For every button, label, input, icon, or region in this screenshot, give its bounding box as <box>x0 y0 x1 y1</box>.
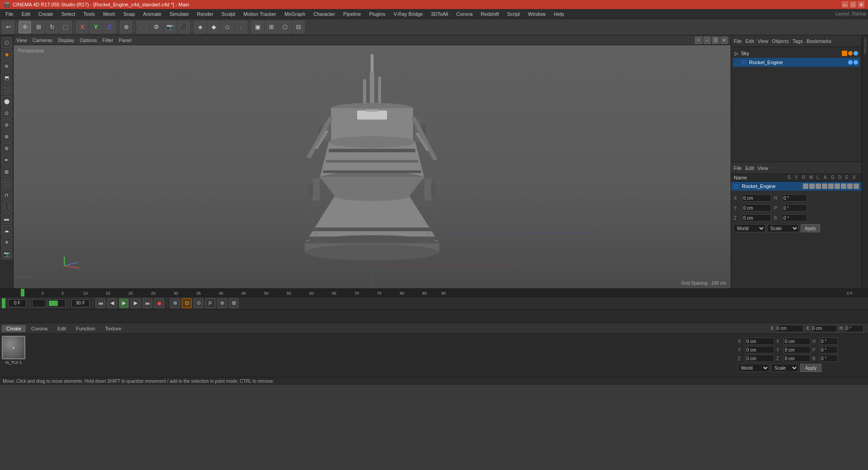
status-icon-5[interactable] <box>828 183 834 189</box>
tool-camera[interactable]: 📷 <box>1 249 12 259</box>
tool-sky[interactable]: ☁ <box>1 225 12 236</box>
menu-script[interactable]: Script <box>504 10 524 18</box>
undo-button[interactable]: ↩ <box>2 21 14 33</box>
render-view-button[interactable]: 🎥 <box>137 21 149 33</box>
menu-character[interactable]: Character <box>310 10 339 18</box>
y-pos-input[interactable] <box>742 204 771 212</box>
render-region-button[interactable]: ⬛ <box>177 21 190 33</box>
menu-animate[interactable]: Animate <box>140 10 165 18</box>
play-button[interactable]: ▶ <box>119 298 129 308</box>
x-pos-input[interactable] <box>742 194 771 202</box>
h-rot-input[interactable] <box>782 194 807 202</box>
tool-cube[interactable]: ⬛ <box>1 84 12 95</box>
viewport-icon-menu[interactable]: ☰ <box>712 37 719 44</box>
world-coord-button[interactable]: ⊕ <box>120 21 132 33</box>
render-settings-button[interactable]: ⚙ <box>150 21 163 33</box>
keyframe-button[interactable]: ⊕ <box>170 298 180 308</box>
scale-dropdown[interactable]: Scale <box>767 224 799 232</box>
b-rot-input[interactable] <box>782 214 807 221</box>
status-icon-6[interactable] <box>835 183 840 189</box>
tool-spline-pen[interactable]: ✒ <box>1 155 12 165</box>
tool-loft[interactable]: ⊛ <box>1 131 12 142</box>
goto-end-button[interactable]: ⏭ <box>142 298 152 308</box>
tab-create[interactable]: Create <box>2 325 26 332</box>
object-mode-button[interactable]: ◈ <box>194 21 207 33</box>
om-menu-bookmarks[interactable]: Bookmarks <box>807 38 831 44</box>
object-item-rocket-engine[interactable]: ⬡ Rocket_Engine <box>733 58 860 67</box>
scale-select[interactable]: Scale <box>771 364 798 372</box>
viewport-icon-close[interactable]: ✕ <box>721 37 728 44</box>
om-menu-tags[interactable]: Tags <box>793 38 803 44</box>
coord-h2-sm[interactable] <box>845 325 863 332</box>
status-icon-3[interactable] <box>816 183 821 189</box>
rotate-tool-button[interactable]: ↻ <box>46 21 58 33</box>
display-mode-button[interactable]: ⬡ <box>278 21 291 33</box>
menu-corona[interactable]: Corona <box>453 10 476 18</box>
status-icon-4[interactable] <box>822 183 827 189</box>
om-menu-edit[interactable]: Edit <box>745 38 754 44</box>
menu-3dtoall[interactable]: 3DToAll <box>427 10 452 18</box>
object-item-sky[interactable]: ▷ Sky <box>733 49 860 58</box>
om-menu-objects[interactable]: Objects <box>772 38 788 44</box>
apply-btn[interactable]: Apply <box>800 364 821 372</box>
current-frame-input[interactable] <box>8 299 26 307</box>
om-menu-view[interactable]: View <box>758 38 769 44</box>
animation-curve-button[interactable]: ⊚ <box>217 298 227 308</box>
menu-create[interactable]: Create <box>35 10 57 18</box>
apply-button[interactable]: Apply <box>801 224 820 232</box>
end-frame-input[interactable] <box>71 299 90 307</box>
menu-help[interactable]: Help <box>550 10 568 18</box>
shading-button[interactable]: ▣ <box>251 21 264 33</box>
viewport-menu-display[interactable]: Display <box>58 38 74 43</box>
viewport-menu-filter[interactable]: Filter <box>102 38 113 43</box>
tool-boole[interactable]: ⊘ <box>1 119 12 130</box>
viewport-canvas[interactable]: Perspective Grid Spacing : 100 cm MAXON … <box>14 45 731 288</box>
am-menu-view[interactable]: View <box>758 165 769 171</box>
status-icon-7[interactable] <box>841 183 846 189</box>
viewport-menu-panel[interactable]: Panel <box>119 38 132 43</box>
polygon-mode-button[interactable]: ◆ <box>208 21 220 33</box>
om-menu-file[interactable]: File <box>734 38 742 44</box>
tab-corona[interactable]: Corona <box>27 325 52 332</box>
timeline-expand-button[interactable]: ⊞ <box>229 298 239 308</box>
coord-x-sm[interactable] <box>776 325 803 332</box>
lc-b-input[interactable] <box>820 355 838 362</box>
tool-sphere[interactable]: ⬤ <box>1 96 12 107</box>
menu-mograph[interactable]: MoGraph <box>281 10 309 18</box>
tab-edit[interactable]: Edit <box>53 325 71 332</box>
status-icon-2[interactable] <box>809 183 815 189</box>
select-rect-button[interactable]: ⬚ <box>59 21 72 33</box>
y-axis-button[interactable]: Y <box>90 21 102 33</box>
lc-x2-input[interactable] <box>783 338 811 345</box>
menu-sculpt[interactable]: Sculpt <box>218 10 239 18</box>
menu-snap[interactable]: Snap <box>120 10 139 18</box>
status-icon-8[interactable] <box>847 183 853 189</box>
tool-symmetry[interactable]: ⬛ <box>1 178 12 189</box>
lc-y2-input[interactable] <box>783 346 811 353</box>
next-frame-button[interactable]: ▶ <box>131 298 141 308</box>
lc-h-input[interactable] <box>820 338 838 345</box>
viewport-icon-move[interactable]: ↔ <box>703 37 711 44</box>
lc-z2-input[interactable] <box>783 355 811 362</box>
status-icon-1[interactable] <box>803 183 808 189</box>
tool-bend[interactable]: ⊓ <box>1 190 12 201</box>
z-axis-button[interactable]: Z <box>103 21 116 33</box>
point-mode-button[interactable]: · <box>235 21 247 33</box>
keyframe-mode-button[interactable]: P <box>205 298 215 308</box>
menu-redshift[interactable]: Redshift <box>477 10 502 18</box>
tool-sweep[interactable]: ⊚ <box>1 143 12 154</box>
menu-select[interactable]: Select <box>58 10 79 18</box>
tab-function[interactable]: Function <box>71 325 99 332</box>
extra-display-button[interactable]: ⊟ <box>292 21 305 33</box>
tool-floor[interactable]: ▬ <box>1 213 12 224</box>
lc-p-input[interactable] <box>820 346 838 353</box>
maximize-button[interactable]: □ <box>850 1 856 8</box>
menu-simulate[interactable]: Simulate <box>166 10 193 18</box>
edit-render-button[interactable]: 📷 <box>164 21 176 33</box>
tool-light[interactable]: ☀ <box>1 237 12 248</box>
tool-object[interactable]: ⬡ <box>1 37 12 48</box>
tool-extrude[interactable]: ⬒ <box>1 72 12 83</box>
viewport-menu-view[interactable]: View <box>16 38 27 43</box>
tool-polygon[interactable]: ◆ <box>1 49 12 60</box>
menu-window[interactable]: Window <box>524 10 549 18</box>
